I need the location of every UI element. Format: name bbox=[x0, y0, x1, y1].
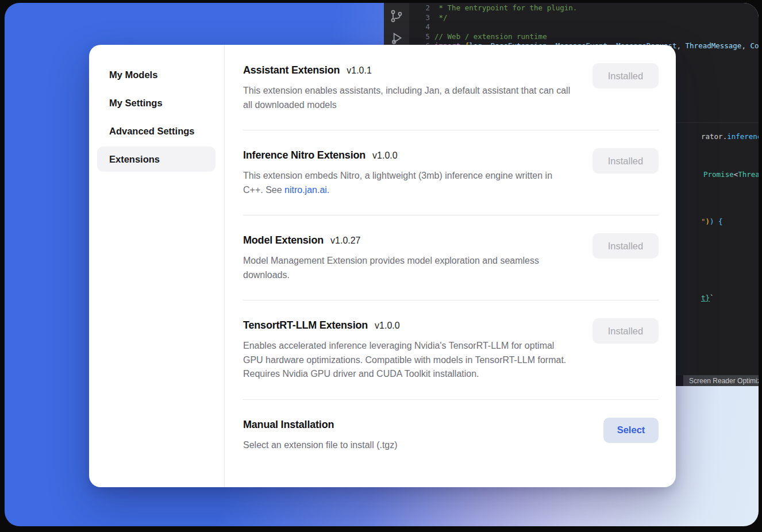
select-button[interactable]: Select bbox=[603, 418, 659, 443]
extension-version: v1.0.27 bbox=[330, 236, 360, 245]
run-and-debug-icon[interactable] bbox=[389, 30, 404, 45]
sidebar-item-advanced-settings[interactable]: Advanced Settings bbox=[97, 118, 215, 144]
code-line: 4 bbox=[409, 22, 759, 32]
extension-title-row: TensortRT-LLM Extensionv1.0.0 bbox=[243, 319, 574, 331]
extension-name: TensortRT-LLM Extension bbox=[243, 319, 368, 331]
code-lines: 2 * The entrypoint for the plugin.3 */45… bbox=[409, 3, 759, 51]
extension-name: Inference Nitro Extension bbox=[243, 149, 365, 161]
code-fragment: rator.inference(data)); bbox=[701, 132, 759, 141]
sidebar-item-extensions[interactable]: Extensions bbox=[97, 147, 215, 172]
code-line: 3 */ bbox=[409, 13, 759, 23]
extension-row: Model Extensionv1.0.27Model Management E… bbox=[243, 215, 659, 300]
extension-info: Manual InstallationSelect an extension f… bbox=[243, 419, 398, 453]
code-text: // Web / extension runtime bbox=[434, 32, 547, 42]
extensions-panel: Assistant Extensionv1.0.1This extension … bbox=[225, 45, 676, 487]
extension-row: Manual InstallationSelect an extension f… bbox=[243, 400, 659, 471]
line-number: 4 bbox=[409, 22, 430, 32]
extension-name: Manual Installation bbox=[243, 419, 334, 430]
extension-version: v1.0.0 bbox=[372, 151, 398, 160]
extension-title-row: Inference Nitro Extensionv1.0.0 bbox=[243, 149, 574, 161]
extension-description: Select an extension file to install (.tg… bbox=[243, 438, 398, 453]
code-line: 5// Web / extension runtime bbox=[409, 32, 759, 42]
extension-title-row: Model Extensionv1.0.27 bbox=[243, 234, 574, 246]
nitro-link[interactable]: nitro.jan.ai. bbox=[284, 185, 329, 195]
settings-sidebar: My ModelsMy SettingsAdvanced SettingsExt… bbox=[89, 45, 225, 487]
extension-description: Model Management Extension provides mode… bbox=[243, 254, 574, 282]
extension-row: TensortRT-LLM Extensionv1.0.0Enables acc… bbox=[243, 300, 659, 400]
extension-version: v1.0.1 bbox=[347, 65, 372, 75]
extension-info: Assistant Extensionv1.0.1This extension … bbox=[243, 64, 574, 112]
extension-info: TensortRT-LLM Extensionv1.0.0Enables acc… bbox=[243, 319, 574, 381]
extension-info: Inference Nitro Extensionv1.0.0This exte… bbox=[243, 149, 574, 197]
extension-row: Inference Nitro Extensionv1.0.0This exte… bbox=[243, 130, 659, 215]
extension-description: Enables accelerated inference leveraging… bbox=[243, 339, 574, 381]
extension-title-row: Manual Installation bbox=[243, 419, 398, 431]
extension-title-row: Assistant Extensionv1.0.1 bbox=[243, 64, 574, 76]
code-line: 2 * The entrypoint for the plugin. bbox=[409, 3, 759, 13]
extension-name: Assistant Extension bbox=[243, 64, 340, 76]
extension-description: This extension enables assistants, inclu… bbox=[243, 84, 574, 112]
extension-description: This extension embeds Nitro, a lightweig… bbox=[243, 169, 574, 197]
code-fragment: Promise<ThreadMessage> bbox=[703, 170, 759, 179]
sidebar-item-my-models[interactable]: My Models bbox=[97, 62, 215, 87]
settings-modal: My ModelsMy SettingsAdvanced SettingsExt… bbox=[89, 45, 676, 487]
extension-name: Model Extension bbox=[243, 234, 324, 246]
code-text: */ bbox=[434, 13, 448, 23]
screen-reader-status[interactable]: Screen Reader Optimized bbox=[683, 375, 759, 386]
installed-button[interactable]: Installed bbox=[592, 318, 659, 344]
code-fragment: ")) { bbox=[701, 217, 723, 226]
extension-row: Assistant Extensionv1.0.1This extension … bbox=[243, 64, 659, 130]
line-number: 3 bbox=[409, 13, 430, 23]
line-number: 2 bbox=[409, 3, 430, 13]
code-text: * The entrypoint for the plugin. bbox=[434, 3, 577, 13]
extension-info: Model Extensionv1.0.27Model Management E… bbox=[243, 234, 574, 282]
code-fragment: t}` bbox=[701, 294, 714, 303]
installed-button[interactable]: Installed bbox=[592, 63, 659, 88]
extension-version: v1.0.0 bbox=[375, 321, 400, 330]
desktop-wallpaper: 2 * The entrypoint for the plugin.3 */45… bbox=[5, 3, 759, 526]
sidebar-item-my-settings[interactable]: My Settings bbox=[97, 90, 215, 115]
line-number: 5 bbox=[409, 32, 430, 42]
installed-button[interactable]: Installed bbox=[592, 233, 659, 259]
source-control-icon[interactable] bbox=[389, 9, 404, 24]
installed-button[interactable]: Installed bbox=[592, 148, 659, 174]
screen: 2 * The entrypoint for the plugin.3 */45… bbox=[0, 0, 762, 532]
